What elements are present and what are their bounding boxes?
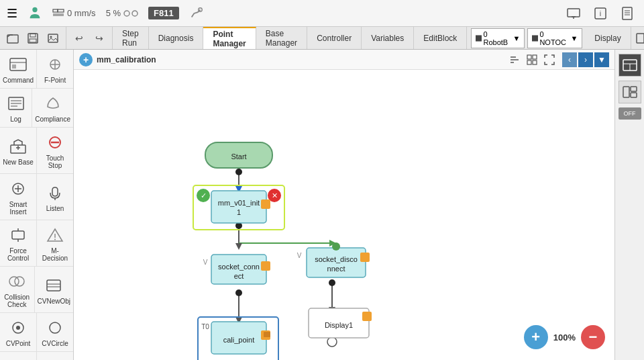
sidebar-item-mm-init[interactable]: MM init (37, 352, 73, 360)
robot-dropdown[interactable]: 0 RobotB ▼ (471, 28, 525, 48)
svg-rect-13 (623, 7, 632, 19)
tab-variables[interactable]: Variables (362, 27, 414, 49)
init-node-bg[interactable] (211, 191, 266, 223)
zoom-controls: + 100% − (524, 325, 605, 349)
panel-icon[interactable] (634, 30, 644, 47)
tab-base-manager[interactable]: Base Manager (256, 27, 307, 49)
svg-rect-21 (48, 34, 58, 42)
zoom-in-button[interactable]: + (524, 325, 548, 349)
notoc-dropdown-label: 0 NOTOC (539, 30, 569, 46)
grid-icon[interactable] (525, 52, 539, 67)
redo-button[interactable]: ↪ (91, 30, 108, 47)
undo-button[interactable]: ↩ (70, 30, 88, 47)
arm-icon (189, 6, 204, 21)
socket-disconnect-v-badge: V (297, 252, 302, 259)
percent-icon (123, 8, 138, 19)
sidebar-item-smart-insert[interactable]: Smart Insert (0, 174, 37, 220)
sort-icon[interactable] (507, 52, 522, 67)
document-icon[interactable] (617, 3, 637, 24)
hamburger-icon[interactable]: ☰ (7, 6, 17, 21)
svg-rect-46 (12, 231, 24, 239)
svg-rect-82 (631, 93, 637, 97)
socket-disconnect-label-1: socket_disco (315, 255, 358, 263)
sidebar-item-m-decision[interactable]: M-Decision (37, 220, 73, 267)
split-icon (623, 86, 637, 98)
cvnewobj-label: CVNewObj (38, 298, 70, 305)
info-icon[interactable]: i (590, 3, 610, 24)
tab-display[interactable]: Display (585, 27, 631, 49)
canvas-viewport[interactable]: Start ✓ ✕ mm_v01_init 1 V socket_conn (74, 70, 614, 360)
notoc-dropdown-arrow: ▼ (570, 34, 578, 42)
svg-rect-81 (631, 87, 637, 91)
sidebar-item-force-control[interactable]: Force Control (0, 220, 37, 267)
monitor-icon[interactable] (564, 3, 584, 24)
sidebar-item-command[interactable]: Command (0, 50, 37, 89)
zoom-fit-icon[interactable] (542, 52, 557, 67)
next-arrow[interactable]: › (578, 52, 593, 67)
undo-redo-group: ↩ ↪ (66, 27, 113, 49)
fpoint-icon (44, 54, 66, 75)
tab-step-run[interactable]: Step Run (113, 27, 149, 49)
display1-label: Display1 (325, 321, 353, 329)
svg-rect-20 (30, 39, 36, 42)
tab-controller[interactable]: Controller (307, 27, 362, 49)
open-icon[interactable] (4, 30, 21, 47)
layout-icon (623, 59, 637, 71)
right-toggle-btn[interactable]: OFF (619, 107, 641, 120)
arrow-down-2 (235, 243, 242, 250)
tab-diagnosis[interactable]: Diagnosis (149, 27, 204, 49)
sidebar-item-cvnewobj[interactable]: CVNewObj (35, 267, 73, 313)
zoom-out-button[interactable]: − (581, 325, 605, 349)
svg-rect-54 (47, 280, 60, 291)
nav-tabs: Step Run Diagnosis Point Manager Base Ma… (113, 27, 467, 49)
zoom-level: 100% (553, 332, 576, 343)
sidebar-item-cvpoint[interactable]: CVPoint (0, 313, 37, 352)
command-label: Command (3, 77, 34, 84)
connector-1 (235, 169, 242, 175)
prev-arrow[interactable]: ‹ (562, 52, 577, 67)
sidebar-item-log[interactable]: Log (0, 89, 32, 128)
fpoint-label: F-Point (44, 77, 66, 84)
init-node-label-2: 1 (237, 208, 241, 216)
svg-rect-29 (12, 64, 16, 69)
svg-rect-2 (58, 9, 64, 12)
top-right-icons: i (564, 3, 637, 24)
save-icon[interactable] (24, 30, 42, 47)
sidebar-item-cvcircle[interactable]: CVCircle (37, 313, 73, 352)
sidebar-item-collision-check[interactable]: Collision Check (0, 267, 35, 313)
canvas-area: + mm_calibration ‹ › ▼ (74, 50, 614, 360)
add-tab-button[interactable]: + (79, 53, 93, 66)
connector-4 (329, 279, 335, 286)
socket-disconnect-label-2: nnect (327, 265, 345, 273)
nav-dropdown[interactable]: ▼ (594, 52, 609, 67)
notoc-dropdown[interactable]: 0 NOTOC ▼ (527, 28, 582, 48)
listen-icon (44, 182, 66, 204)
toolbar-right: 0 RobotB ▼ 0 NOTOC ▼ Display (467, 27, 644, 49)
robot-dropdown-arrow: ▼ (513, 34, 520, 42)
robot-code-badge: F811 (148, 7, 179, 19)
svg-rect-25 (637, 34, 644, 43)
tab-editblock[interactable]: EditBlock (414, 27, 467, 49)
force-control-label: Force Control (3, 247, 34, 262)
percent-status: 5 % (106, 8, 138, 19)
svg-point-5 (124, 11, 129, 16)
sidebar-item-compliance[interactable]: Compliance (32, 89, 73, 128)
right-layout-btn[interactable] (619, 54, 641, 77)
socket-disconnect-green-dot (332, 242, 340, 251)
sidebar-item-listen[interactable]: Listen (37, 174, 73, 220)
right-split-btn[interactable] (619, 81, 641, 103)
sidebar-item-touch-stop[interactable]: Touch Stop (37, 128, 73, 174)
sidebar-item-fpoint[interactable]: F-Point (37, 50, 73, 89)
svg-rect-73 (527, 55, 531, 59)
sidebar-row-4: Smart Insert Listen (0, 174, 73, 220)
sidebar-item-new-base[interactable]: New Base (0, 128, 37, 174)
socket-disconnect-orange-tag (360, 253, 370, 262)
sidebar-row-8: MM calibration MM init (0, 352, 73, 360)
tab-point-manager[interactable]: Point Manager (203, 27, 256, 49)
svg-point-59 (50, 322, 60, 333)
speed-status: 0 mm/s (52, 8, 96, 18)
force-control-icon (7, 224, 29, 246)
cali-point-label: cali_point (223, 336, 254, 344)
sidebar-item-mm-calibration[interactable]: MM calibration (0, 352, 37, 360)
image-icon[interactable] (44, 30, 62, 47)
